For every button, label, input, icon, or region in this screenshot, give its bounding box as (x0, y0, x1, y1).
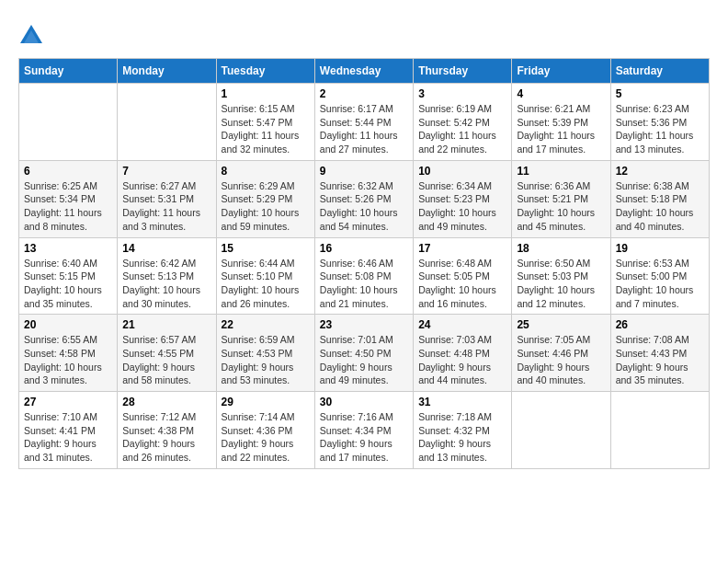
day-number: 30 (320, 396, 408, 408)
calendar-day-cell: 10Sunrise: 6:34 AM Sunset: 5:23 PM Dayli… (414, 160, 512, 237)
day-number: 27 (24, 396, 112, 408)
calendar-day-cell: 19Sunrise: 6:53 AM Sunset: 5:00 PM Dayli… (610, 237, 709, 315)
day-number: 2 (320, 87, 408, 100)
day-number: 10 (418, 165, 506, 178)
calendar-day-cell: 8Sunrise: 6:29 AM Sunset: 5:29 PM Daylig… (216, 160, 314, 237)
day-info: Sunrise: 6:48 AM Sunset: 5:05 PM Dayligh… (418, 257, 506, 311)
calendar-day-cell: 3Sunrise: 6:19 AM Sunset: 5:42 PM Daylig… (414, 84, 512, 161)
calendar-day-cell: 29Sunrise: 7:14 AM Sunset: 4:36 PM Dayli… (216, 392, 314, 469)
calendar-day-cell (512, 392, 610, 469)
calendar-week-row: 6Sunrise: 6:25 AM Sunset: 5:34 PM Daylig… (19, 160, 710, 237)
day-number: 14 (122, 242, 210, 255)
day-info: Sunrise: 6:40 AM Sunset: 5:15 PM Dayligh… (24, 257, 112, 311)
day-info: Sunrise: 6:38 AM Sunset: 5:18 PM Dayligh… (616, 179, 704, 234)
calendar-day-cell: 24Sunrise: 7:03 AM Sunset: 4:48 PM Dayli… (414, 315, 512, 392)
day-number: 8 (222, 165, 310, 178)
calendar-day-cell: 12Sunrise: 6:38 AM Sunset: 5:18 PM Dayli… (610, 160, 709, 237)
calendar-day-cell: 27Sunrise: 7:10 AM Sunset: 4:41 PM Dayli… (19, 392, 118, 469)
calendar-day-cell: 11Sunrise: 6:36 AM Sunset: 5:21 PM Dayli… (512, 160, 610, 237)
calendar-day-cell: 6Sunrise: 6:25 AM Sunset: 5:34 PM Daylig… (19, 160, 118, 237)
weekday-header-tuesday: Tuesday (216, 59, 314, 84)
weekday-header-sunday: Sunday (19, 59, 118, 84)
calendar-day-cell (19, 84, 118, 161)
calendar-day-cell: 23Sunrise: 7:01 AM Sunset: 4:50 PM Dayli… (314, 315, 413, 392)
weekday-header-wednesday: Wednesday (314, 59, 413, 84)
day-info: Sunrise: 7:14 AM Sunset: 4:36 PM Dayligh… (222, 410, 310, 465)
day-number: 6 (24, 165, 112, 178)
logo-icon (18, 23, 44, 49)
day-info: Sunrise: 6:32 AM Sunset: 5:26 PM Dayligh… (320, 179, 408, 234)
day-number: 21 (122, 318, 210, 331)
day-info: Sunrise: 7:10 AM Sunset: 4:41 PM Dayligh… (24, 410, 112, 465)
day-number: 4 (517, 87, 605, 100)
day-info: Sunrise: 6:19 AM Sunset: 5:42 PM Dayligh… (418, 102, 506, 156)
calendar-day-cell: 21Sunrise: 6:57 AM Sunset: 4:55 PM Dayli… (118, 315, 216, 392)
day-info: Sunrise: 7:12 AM Sunset: 4:38 PM Dayligh… (122, 410, 210, 465)
day-info: Sunrise: 6:44 AM Sunset: 5:10 PM Dayligh… (222, 257, 310, 311)
page-header (18, 18, 710, 49)
weekday-header-thursday: Thursday (414, 59, 512, 84)
day-number: 11 (517, 165, 605, 178)
day-number: 26 (616, 318, 704, 331)
weekday-header-saturday: Saturday (610, 59, 709, 84)
day-info: Sunrise: 6:27 AM Sunset: 5:31 PM Dayligh… (122, 179, 210, 234)
day-number: 15 (222, 242, 310, 255)
day-info: Sunrise: 7:01 AM Sunset: 4:50 PM Dayligh… (320, 333, 408, 387)
day-info: Sunrise: 6:55 AM Sunset: 4:58 PM Dayligh… (24, 333, 112, 387)
calendar-day-cell: 4Sunrise: 6:21 AM Sunset: 5:39 PM Daylig… (512, 84, 610, 161)
calendar-day-cell: 22Sunrise: 6:59 AM Sunset: 4:53 PM Dayli… (216, 315, 314, 392)
calendar-day-cell (118, 84, 216, 161)
day-info: Sunrise: 6:57 AM Sunset: 4:55 PM Dayligh… (122, 333, 210, 387)
day-number: 16 (320, 242, 408, 255)
day-number: 17 (418, 242, 506, 255)
day-number: 28 (122, 396, 210, 408)
day-info: Sunrise: 7:08 AM Sunset: 4:43 PM Dayligh… (616, 333, 704, 387)
day-info: Sunrise: 6:50 AM Sunset: 5:03 PM Dayligh… (517, 257, 605, 311)
calendar-day-cell: 13Sunrise: 6:40 AM Sunset: 5:15 PM Dayli… (19, 237, 118, 315)
day-info: Sunrise: 7:16 AM Sunset: 4:34 PM Dayligh… (320, 410, 408, 465)
day-info: Sunrise: 6:53 AM Sunset: 5:00 PM Dayligh… (616, 257, 704, 311)
calendar-week-row: 1Sunrise: 6:15 AM Sunset: 5:47 PM Daylig… (19, 84, 710, 161)
calendar-day-cell: 9Sunrise: 6:32 AM Sunset: 5:26 PM Daylig… (314, 160, 413, 237)
weekday-header-monday: Monday (118, 59, 216, 84)
day-info: Sunrise: 7:05 AM Sunset: 4:46 PM Dayligh… (517, 333, 605, 387)
day-info: Sunrise: 6:46 AM Sunset: 5:08 PM Dayligh… (320, 257, 408, 311)
day-info: Sunrise: 7:03 AM Sunset: 4:48 PM Dayligh… (418, 333, 506, 387)
calendar-week-row: 13Sunrise: 6:40 AM Sunset: 5:15 PM Dayli… (19, 237, 710, 315)
calendar-day-cell: 30Sunrise: 7:16 AM Sunset: 4:34 PM Dayli… (314, 392, 413, 469)
day-info: Sunrise: 6:59 AM Sunset: 4:53 PM Dayligh… (222, 333, 310, 387)
day-info: Sunrise: 6:29 AM Sunset: 5:29 PM Dayligh… (222, 179, 310, 234)
calendar-day-cell: 5Sunrise: 6:23 AM Sunset: 5:36 PM Daylig… (610, 84, 709, 161)
day-number: 23 (320, 318, 408, 331)
calendar-week-row: 27Sunrise: 7:10 AM Sunset: 4:41 PM Dayli… (19, 392, 710, 469)
day-number: 18 (517, 242, 605, 255)
calendar-day-cell: 28Sunrise: 7:12 AM Sunset: 4:38 PM Dayli… (118, 392, 216, 469)
day-info: Sunrise: 6:34 AM Sunset: 5:23 PM Dayligh… (418, 179, 506, 234)
day-info: Sunrise: 7:18 AM Sunset: 4:32 PM Dayligh… (418, 410, 506, 465)
calendar-day-cell: 1Sunrise: 6:15 AM Sunset: 5:47 PM Daylig… (216, 84, 314, 161)
calendar-day-cell: 20Sunrise: 6:55 AM Sunset: 4:58 PM Dayli… (19, 315, 118, 392)
calendar-table: SundayMondayTuesdayWednesdayThursdayFrid… (18, 58, 710, 469)
day-number: 20 (24, 318, 112, 331)
day-number: 3 (418, 87, 506, 100)
calendar-day-cell: 15Sunrise: 6:44 AM Sunset: 5:10 PM Dayli… (216, 237, 314, 315)
day-info: Sunrise: 6:21 AM Sunset: 5:39 PM Dayligh… (517, 102, 605, 156)
day-number: 5 (616, 87, 704, 100)
calendar-day-cell: 14Sunrise: 6:42 AM Sunset: 5:13 PM Dayli… (118, 237, 216, 315)
calendar-day-cell: 25Sunrise: 7:05 AM Sunset: 4:46 PM Dayli… (512, 315, 610, 392)
day-number: 31 (418, 396, 506, 408)
calendar-day-cell: 17Sunrise: 6:48 AM Sunset: 5:05 PM Dayli… (414, 237, 512, 315)
day-info: Sunrise: 6:23 AM Sunset: 5:36 PM Dayligh… (616, 102, 704, 156)
day-info: Sunrise: 6:36 AM Sunset: 5:21 PM Dayligh… (517, 179, 605, 234)
day-number: 25 (517, 318, 605, 331)
day-number: 29 (222, 396, 310, 408)
calendar-day-cell: 7Sunrise: 6:27 AM Sunset: 5:31 PM Daylig… (118, 160, 216, 237)
day-number: 19 (616, 242, 704, 255)
day-number: 13 (24, 242, 112, 255)
calendar-day-cell: 2Sunrise: 6:17 AM Sunset: 5:44 PM Daylig… (314, 84, 413, 161)
calendar-day-cell: 26Sunrise: 7:08 AM Sunset: 4:43 PM Dayli… (610, 315, 709, 392)
logo (18, 23, 48, 49)
day-number: 12 (616, 165, 704, 178)
calendar-header-row: SundayMondayTuesdayWednesdayThursdayFrid… (19, 59, 710, 84)
day-number: 1 (222, 87, 310, 100)
